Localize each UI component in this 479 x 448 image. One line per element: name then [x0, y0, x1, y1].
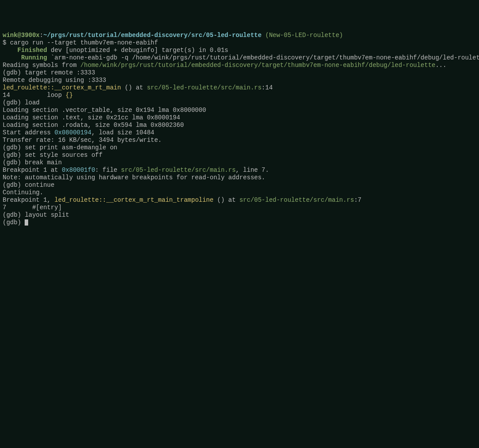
cursor-icon [25, 219, 28, 226]
gdb-prompt[interactable]: (gdb) [3, 219, 476, 226]
breakpoint-set: Breakpoint 1 at 0x80001f0: file src/05-l… [3, 167, 476, 174]
source-line-7: 7 #[entry] [3, 204, 476, 211]
loading-text: Loading section .text, size 0x21cc lma 0… [3, 114, 476, 122]
breakpoint-file: src/05-led-roulette/src/main.rs [121, 167, 236, 174]
remote-debugging: Remote debugging using :3333 [3, 77, 476, 84]
loading-rodata: Loading section .rodata, size 0x594 lma … [3, 122, 476, 129]
gdb-layout-split: (gdb) layout split [3, 211, 476, 219]
prompt-line: wink@3900x:~/prgs/rust/tutorial/embedded… [3, 32, 476, 39]
function-name: led_roulette::__cortex_m_rt_main [3, 84, 121, 91]
loading-vector-table: Loading section .vector_table, size 0x19… [3, 107, 476, 114]
continuing: Continuing. [3, 189, 476, 196]
gdb-target-remote: (gdb) target remote :3333 [3, 69, 476, 77]
gdb-load: (gdb) load [3, 99, 476, 107]
symbol-path: /home/wink/prgs/rust/tutorial/embedded-d… [80, 62, 435, 69]
cargo-running: Running `arm-none-eabi-gdb -q /home/wink… [3, 54, 476, 62]
git-branch: (New-05-LED-roulette) [262, 32, 343, 39]
terminal-output[interactable]: wink@3900x:~/prgs/rust/tutorial/embedded… [3, 32, 476, 226]
transfer-rate: Transfer rate: 16 KB/sec, 3494 bytes/wri… [3, 137, 476, 144]
hw-breakpoint-note: Note: automatically using hardware break… [3, 174, 476, 181]
source-line-14: 14 loop {} [3, 92, 476, 99]
cargo-command: $ cargo run --target thumbv7em-none-eabi… [3, 39, 476, 47]
gdb-set-style: (gdb) set style sources off [3, 152, 476, 159]
breakpoint-address: 0x80001f0 [62, 167, 95, 174]
gdb-set-demangle: (gdb) set print asm-demangle on [3, 144, 476, 152]
reading-symbols: Reading symbols from /home/wink/prgs/rus… [3, 62, 476, 69]
gdb-continue: (gdb) continue [3, 181, 476, 189]
source-file: src/05-led-roulette/src/main.rs [147, 84, 262, 91]
cargo-finished: Finished dev [unoptimized + debuginfo] t… [3, 47, 476, 54]
trampoline-file: src/05-led-roulette/src/main.rs [240, 196, 354, 204]
start-address: Start address 0x08000194, load size 1048… [3, 129, 476, 137]
function-location: led_roulette::__cortex_m_rt_main () at s… [3, 84, 476, 92]
trampoline-function: led_roulette::__cortex_m_rt_main_trampol… [55, 196, 214, 204]
cwd: ~/prgs/rust/tutorial/embedded-discovery/… [43, 32, 262, 39]
breakpoint-hit: Breakpoint 1, led_roulette::__cortex_m_r… [3, 196, 476, 204]
address-value: 0x08000194 [55, 129, 92, 136]
user-host: wink@3900x [3, 32, 40, 39]
gdb-break-main: (gdb) break main [3, 159, 476, 167]
